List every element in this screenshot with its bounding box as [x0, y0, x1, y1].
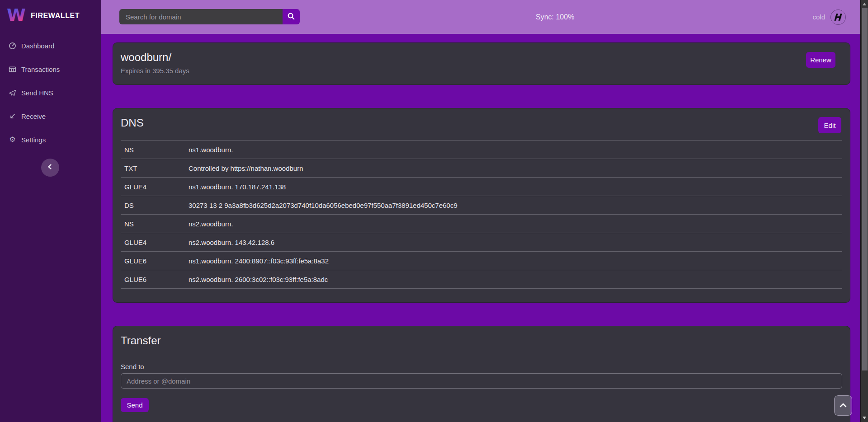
- top-header: Sync: 100% cold: [101, 0, 860, 34]
- domain-search-bar: [119, 9, 300, 24]
- dns-record-type: DS: [121, 202, 189, 209]
- domain-card: woodburn/ Expires in 395.35 days Renew: [113, 42, 850, 85]
- sidebar-item-dashboard[interactable]: Dashboard: [0, 39, 101, 52]
- search-input[interactable]: [119, 9, 283, 24]
- sidebar-item-label: Receive: [21, 113, 46, 120]
- vertical-scrollbar[interactable]: [860, 0, 868, 422]
- gear-icon: ⚙: [9, 136, 16, 144]
- sidebar-item-transactions[interactable]: Transactions: [0, 62, 101, 76]
- chevron-left-icon: [46, 163, 54, 173]
- dns-record-row: NS ns1.woodburn.: [121, 140, 842, 159]
- dns-record-value: ns1.woodburn.: [189, 146, 842, 154]
- dns-card: DNS Edit NS ns1.woodburn. TXT Controlled…: [113, 108, 850, 303]
- svg-text:W: W: [7, 5, 26, 24]
- sidebar-item-label: Settings: [21, 136, 46, 144]
- dashboard-icon: [9, 42, 16, 50]
- dns-record-row: GLUE4 ns1.woodburn. 170.187.241.138: [121, 177, 842, 196]
- renew-button[interactable]: Renew: [806, 52, 835, 68]
- dns-record-type: GLUE6: [121, 257, 189, 265]
- wallet-info: cold: [812, 0, 846, 34]
- domain-name: woodburn/: [121, 51, 842, 64]
- dns-record-row: NS ns2.woodburn.: [121, 214, 842, 233]
- dns-record-type: NS: [121, 220, 189, 228]
- send-to-label: Send to: [121, 363, 842, 370]
- edit-dns-button[interactable]: Edit: [818, 117, 841, 133]
- receive-icon: [9, 113, 16, 120]
- dns-record-type: GLUE4: [121, 183, 189, 191]
- dns-record-type: TXT: [121, 164, 189, 172]
- dns-record-type: NS: [121, 146, 189, 154]
- transfer-card: Transfer Send to Send: [113, 326, 850, 422]
- app-title: FIREWALLET: [31, 12, 80, 20]
- sidebar-item-receive[interactable]: Receive: [0, 109, 101, 123]
- scroll-to-top-button[interactable]: [834, 395, 852, 416]
- sidebar-item-label: Transactions: [21, 66, 60, 73]
- sidebar-item-settings[interactable]: ⚙ Settings: [0, 133, 101, 146]
- dns-record-type: GLUE4: [121, 239, 189, 246]
- sidebar: W FIREWALLET Dashboard Transactions: [0, 0, 101, 422]
- transfer-address-input[interactable]: [121, 373, 842, 389]
- domain-expiry: Expires in 395.35 days: [121, 67, 842, 75]
- sidebar-item-send-hns[interactable]: Send HNS: [0, 86, 101, 99]
- scrollbar-down-arrow[interactable]: [863, 417, 866, 419]
- sidebar-item-label: Send HNS: [21, 89, 53, 97]
- send-button[interactable]: Send: [121, 398, 149, 412]
- dns-record-value: ns2.woodburn. 143.42.128.6: [189, 239, 842, 246]
- search-button[interactable]: [283, 9, 300, 24]
- send-icon: [9, 89, 16, 97]
- scrollbar-thumb[interactable]: [862, 8, 868, 370]
- dns-record-value: Controlled by https://nathan.woodburn: [189, 164, 842, 172]
- firewallet-logo-icon: W: [6, 5, 26, 26]
- scrollbar-up-arrow[interactable]: [863, 3, 866, 5]
- handshake-logo-icon[interactable]: [830, 9, 846, 25]
- dns-record-value: ns1.woodburn. 170.187.241.138: [189, 183, 842, 191]
- dns-records-table: NS ns1.woodburn. TXT Controlled by https…: [121, 140, 842, 289]
- transactions-icon: [9, 66, 16, 73]
- dns-record-value: ns1.woodburn. 2400:8907::f03c:93ff:fe5a:…: [189, 257, 842, 265]
- sidebar-item-label: Dashboard: [21, 42, 54, 50]
- dns-card-title: DNS: [121, 116, 842, 130]
- sidebar-collapse-button[interactable]: [41, 159, 59, 177]
- dns-record-row: GLUE6 ns1.woodburn. 2400:8907::f03c:93ff…: [121, 251, 842, 270]
- search-icon: [287, 12, 295, 22]
- transfer-card-title: Transfer: [121, 333, 842, 348]
- chevron-up-icon: [839, 402, 848, 410]
- dns-record-row: TXT Controlled by https://nathan.woodbur…: [121, 159, 842, 177]
- dns-record-value: ns2.woodburn.: [189, 220, 842, 228]
- dns-record-value: ns2.woodburn. 2600:3c02::f03c:93ff:fe5a:…: [189, 276, 842, 283]
- wallet-name: cold: [812, 13, 825, 21]
- dns-record-row: GLUE6 ns2.woodburn. 2600:3c02::f03c:93ff…: [121, 270, 842, 288]
- brand[interactable]: W FIREWALLET: [0, 0, 101, 26]
- dns-record-row: DS 30273 13 2 9a3a8fb3d625d2a2073d740f10…: [121, 196, 842, 214]
- dns-record-type: GLUE6: [121, 276, 189, 283]
- sync-status: Sync: 100%: [536, 0, 574, 34]
- dns-record-row: GLUE4 ns2.woodburn. 143.42.128.6: [121, 233, 842, 251]
- sidebar-menu: Dashboard Transactions Send HNS Receive: [0, 39, 101, 146]
- dns-record-value: 30273 13 2 9a3a8fb3d625d2a2073d740f10da6…: [189, 202, 842, 209]
